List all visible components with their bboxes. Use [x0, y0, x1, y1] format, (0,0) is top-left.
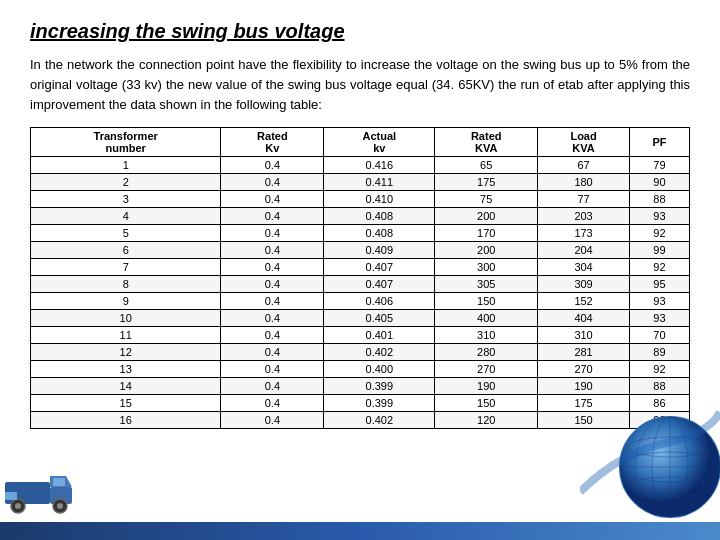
- table-cell: 0.4: [221, 174, 324, 191]
- table-cell: 0.4: [221, 191, 324, 208]
- table-row: 70.40.40730030492: [31, 259, 690, 276]
- table-cell: 0.4: [221, 293, 324, 310]
- table-cell: 400: [435, 310, 538, 327]
- table-cell: 0.4: [221, 208, 324, 225]
- col-header-rated-kv: RatedKv: [221, 128, 324, 157]
- table-cell: 0.402: [324, 412, 435, 429]
- table-cell: 0.409: [324, 242, 435, 259]
- table-cell: 0.4: [221, 344, 324, 361]
- table-cell: 150: [435, 293, 538, 310]
- table-row: 110.40.40131031070: [31, 327, 690, 344]
- data-table-wrapper: Transformernumber RatedKv Actualkv Rated…: [30, 127, 690, 429]
- table-cell: 175: [435, 174, 538, 191]
- col-header-transformer: Transformernumber: [31, 128, 221, 157]
- table-cell: 0.4: [221, 310, 324, 327]
- globe-decoration: [580, 392, 720, 522]
- table-cell: 0.400: [324, 361, 435, 378]
- col-header-rated-kva: RatedKVA: [435, 128, 538, 157]
- table-cell: 9: [31, 293, 221, 310]
- table-cell: 7: [31, 259, 221, 276]
- table-cell: 67: [538, 157, 630, 174]
- table-cell: 90: [629, 174, 689, 191]
- table-cell: 88: [629, 191, 689, 208]
- table-cell: 93: [629, 208, 689, 225]
- table-cell: 2: [31, 174, 221, 191]
- table-cell: 0.4: [221, 225, 324, 242]
- table-cell: 1: [31, 157, 221, 174]
- table-cell: 300: [435, 259, 538, 276]
- truck-decoration: [0, 462, 80, 522]
- table-cell: 0.4: [221, 395, 324, 412]
- table-cell: 200: [435, 208, 538, 225]
- table-cell: 11: [31, 327, 221, 344]
- table-cell: 89: [629, 344, 689, 361]
- table-cell: 3: [31, 191, 221, 208]
- col-header-load-kva: LoadKVA: [538, 128, 630, 157]
- table-cell: 190: [435, 378, 538, 395]
- table-row: 80.40.40730530995: [31, 276, 690, 293]
- table-cell: 0.405: [324, 310, 435, 327]
- table-cell: 92: [629, 259, 689, 276]
- table-cell: 0.407: [324, 259, 435, 276]
- table-cell: 0.4: [221, 259, 324, 276]
- table-row: 90.40.40615015293: [31, 293, 690, 310]
- table-cell: 92: [629, 225, 689, 242]
- slide-container: increasing the swing bus voltage In the …: [0, 0, 720, 540]
- table-cell: 79: [629, 157, 689, 174]
- table-cell: 99: [629, 242, 689, 259]
- table-cell: 5: [31, 225, 221, 242]
- col-header-actual-kv: Actualkv: [324, 128, 435, 157]
- table-cell: 0.410: [324, 191, 435, 208]
- table-cell: 12: [31, 344, 221, 361]
- svg-rect-17: [53, 478, 65, 486]
- table-cell: 75: [435, 191, 538, 208]
- table-cell: 150: [435, 395, 538, 412]
- table-cell: 0.407: [324, 276, 435, 293]
- table-cell: 204: [538, 242, 630, 259]
- table-cell: 0.401: [324, 327, 435, 344]
- table-cell: 8: [31, 276, 221, 293]
- table-cell: 180: [538, 174, 630, 191]
- table-row: 120.40.40228028189: [31, 344, 690, 361]
- table-cell: 404: [538, 310, 630, 327]
- table-cell: 0.406: [324, 293, 435, 310]
- table-cell: 0.416: [324, 157, 435, 174]
- table-row: 130.40.40027027092: [31, 361, 690, 378]
- table-cell: 203: [538, 208, 630, 225]
- table-cell: 281: [538, 344, 630, 361]
- table-row: 30.40.410757788: [31, 191, 690, 208]
- table-row: 50.40.40817017392: [31, 225, 690, 242]
- table-cell: 0.399: [324, 395, 435, 412]
- table-cell: 95: [629, 276, 689, 293]
- table-cell: 0.4: [221, 276, 324, 293]
- table-cell: 305: [435, 276, 538, 293]
- table-row: 60.40.40920020499: [31, 242, 690, 259]
- table-cell: 14: [31, 378, 221, 395]
- table-cell: 200: [435, 242, 538, 259]
- table-cell: 0.4: [221, 378, 324, 395]
- svg-point-13: [15, 503, 21, 509]
- table-row: 20.40.41117518090: [31, 174, 690, 191]
- table-cell: 310: [435, 327, 538, 344]
- table-cell: 77: [538, 191, 630, 208]
- table-cell: 0.402: [324, 344, 435, 361]
- table-cell: 93: [629, 293, 689, 310]
- bottom-bar: [0, 522, 720, 540]
- table-cell: 0.4: [221, 242, 324, 259]
- table-cell: 152: [538, 293, 630, 310]
- table-cell: 13: [31, 361, 221, 378]
- table-cell: 15: [31, 395, 221, 412]
- table-row: 10.40.416656779: [31, 157, 690, 174]
- table-cell: 0.4: [221, 412, 324, 429]
- table-cell: 173: [538, 225, 630, 242]
- table-row: 100.40.40540040493: [31, 310, 690, 327]
- table-cell: 0.408: [324, 225, 435, 242]
- table-cell: 16: [31, 412, 221, 429]
- table-cell: 280: [435, 344, 538, 361]
- table-cell: 270: [435, 361, 538, 378]
- table-cell: 70: [629, 327, 689, 344]
- table-cell: 304: [538, 259, 630, 276]
- body-paragraph: In the network the connection point have…: [30, 55, 690, 115]
- table-cell: 10: [31, 310, 221, 327]
- svg-rect-16: [5, 492, 17, 500]
